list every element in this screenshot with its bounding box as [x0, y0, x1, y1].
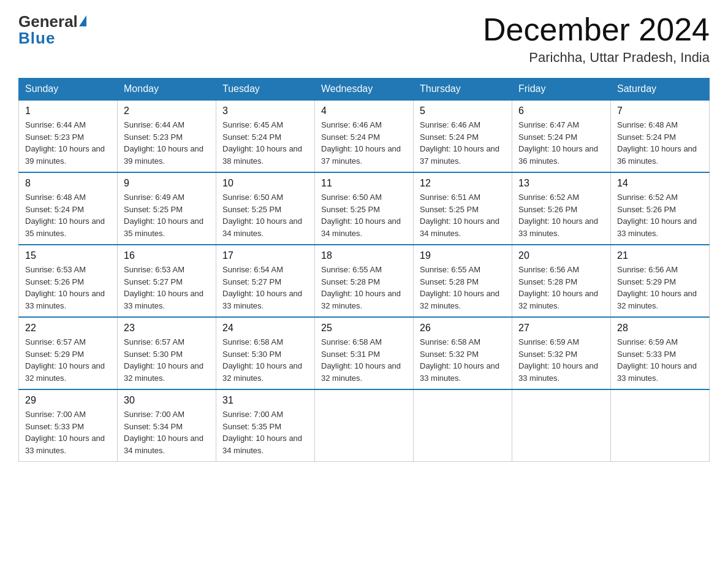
- day-number: 25: [321, 323, 407, 334]
- day-number: 18: [321, 250, 407, 261]
- day-info: Sunrise: 6:49 AM Sunset: 5:25 PM Dayligh…: [124, 191, 210, 239]
- logo: General Blue: [18, 12, 86, 48]
- table-row: 12 Sunrise: 6:51 AM Sunset: 5:25 PM Dayl…: [414, 172, 512, 245]
- calendar-week-1: 1 Sunrise: 6:44 AM Sunset: 5:23 PM Dayli…: [19, 100, 710, 172]
- day-info: Sunrise: 6:45 AM Sunset: 5:24 PM Dayligh…: [222, 119, 308, 167]
- table-row: 11 Sunrise: 6:50 AM Sunset: 5:25 PM Dayl…: [315, 172, 414, 245]
- day-info: Sunrise: 6:59 AM Sunset: 5:32 PM Dayligh…: [518, 336, 604, 384]
- table-row: 23 Sunrise: 6:57 AM Sunset: 5:30 PM Dayl…: [118, 317, 216, 389]
- day-info: Sunrise: 6:57 AM Sunset: 5:30 PM Dayligh…: [124, 336, 210, 384]
- table-row: 6 Sunrise: 6:47 AM Sunset: 5:24 PM Dayli…: [512, 100, 611, 172]
- location-title: Parichha, Uttar Pradesh, India: [483, 50, 710, 66]
- table-row: 29 Sunrise: 7:00 AM Sunset: 5:33 PM Dayl…: [19, 389, 118, 462]
- table-row: 5 Sunrise: 6:46 AM Sunset: 5:24 PM Dayli…: [414, 100, 512, 172]
- table-row: 15 Sunrise: 6:53 AM Sunset: 5:26 PM Dayl…: [19, 245, 118, 317]
- table-row: 25 Sunrise: 6:58 AM Sunset: 5:31 PM Dayl…: [315, 317, 414, 389]
- table-row: 21 Sunrise: 6:56 AM Sunset: 5:29 PM Dayl…: [611, 245, 710, 317]
- table-row: 17 Sunrise: 6:54 AM Sunset: 5:27 PM Dayl…: [216, 245, 315, 317]
- logo-triangle-icon: [79, 15, 86, 26]
- table-row: 4 Sunrise: 6:46 AM Sunset: 5:24 PM Dayli…: [315, 100, 414, 172]
- day-number: 15: [25, 250, 111, 261]
- day-number: 19: [420, 250, 506, 261]
- table-row: 30 Sunrise: 7:00 AM Sunset: 5:34 PM Dayl…: [118, 389, 216, 462]
- day-info: Sunrise: 6:55 AM Sunset: 5:28 PM Dayligh…: [321, 264, 407, 312]
- day-info: Sunrise: 7:00 AM Sunset: 5:33 PM Dayligh…: [25, 408, 111, 456]
- calendar-header-row: SundayMondayTuesdayWednesdayThursdayFrid…: [19, 79, 710, 101]
- table-row: 8 Sunrise: 6:48 AM Sunset: 5:24 PM Dayli…: [19, 172, 118, 245]
- day-info: Sunrise: 6:46 AM Sunset: 5:24 PM Dayligh…: [321, 119, 407, 167]
- day-info: Sunrise: 6:56 AM Sunset: 5:29 PM Dayligh…: [617, 264, 703, 312]
- day-number: 7: [617, 105, 703, 117]
- day-number: 11: [321, 178, 407, 189]
- day-number: 27: [518, 323, 604, 334]
- day-number: 6: [518, 105, 604, 117]
- day-number: 3: [222, 105, 308, 117]
- table-row: 19 Sunrise: 6:55 AM Sunset: 5:28 PM Dayl…: [414, 245, 512, 317]
- day-info: Sunrise: 6:44 AM Sunset: 5:23 PM Dayligh…: [124, 119, 210, 167]
- calendar-week-2: 8 Sunrise: 6:48 AM Sunset: 5:24 PM Dayli…: [19, 172, 710, 245]
- day-number: 2: [124, 105, 210, 117]
- table-row: 14 Sunrise: 6:52 AM Sunset: 5:26 PM Dayl…: [611, 172, 710, 245]
- day-number: 5: [420, 105, 506, 117]
- table-row: [611, 389, 710, 462]
- calendar-week-4: 22 Sunrise: 6:57 AM Sunset: 5:29 PM Dayl…: [19, 317, 710, 389]
- day-info: Sunrise: 6:53 AM Sunset: 5:26 PM Dayligh…: [25, 264, 111, 312]
- page-header: General Blue December 2024 Parichha, Utt…: [18, 12, 710, 66]
- table-row: 18 Sunrise: 6:55 AM Sunset: 5:28 PM Dayl…: [315, 245, 414, 317]
- day-number: 20: [518, 250, 604, 261]
- day-number: 10: [222, 178, 308, 189]
- title-section: December 2024 Parichha, Uttar Pradesh, I…: [483, 12, 710, 66]
- calendar-week-5: 29 Sunrise: 7:00 AM Sunset: 5:33 PM Dayl…: [19, 389, 710, 462]
- table-row: 7 Sunrise: 6:48 AM Sunset: 5:24 PM Dayli…: [611, 100, 710, 172]
- table-row: 22 Sunrise: 6:57 AM Sunset: 5:29 PM Dayl…: [19, 317, 118, 389]
- day-number: 31: [222, 395, 308, 406]
- table-row: [512, 389, 611, 462]
- table-row: 3 Sunrise: 6:45 AM Sunset: 5:24 PM Dayli…: [216, 100, 315, 172]
- day-info: Sunrise: 6:46 AM Sunset: 5:24 PM Dayligh…: [420, 119, 506, 167]
- table-row: 31 Sunrise: 7:00 AM Sunset: 5:35 PM Dayl…: [216, 389, 315, 462]
- table-row: 27 Sunrise: 6:59 AM Sunset: 5:32 PM Dayl…: [512, 317, 611, 389]
- day-number: 14: [617, 178, 703, 189]
- calendar-header-tuesday: Tuesday: [216, 79, 315, 101]
- day-info: Sunrise: 7:00 AM Sunset: 5:34 PM Dayligh…: [124, 408, 210, 456]
- day-info: Sunrise: 6:44 AM Sunset: 5:23 PM Dayligh…: [25, 119, 111, 167]
- day-number: 24: [222, 323, 308, 334]
- day-number: 29: [25, 395, 111, 406]
- calendar-week-3: 15 Sunrise: 6:53 AM Sunset: 5:26 PM Dayl…: [19, 245, 710, 317]
- day-info: Sunrise: 6:55 AM Sunset: 5:28 PM Dayligh…: [420, 264, 506, 312]
- day-number: 16: [124, 250, 210, 261]
- table-row: 10 Sunrise: 6:50 AM Sunset: 5:25 PM Dayl…: [216, 172, 315, 245]
- table-row: 26 Sunrise: 6:58 AM Sunset: 5:32 PM Dayl…: [414, 317, 512, 389]
- calendar-table: SundayMondayTuesdayWednesdayThursdayFrid…: [18, 78, 710, 462]
- day-info: Sunrise: 6:56 AM Sunset: 5:28 PM Dayligh…: [518, 264, 604, 312]
- day-info: Sunrise: 7:00 AM Sunset: 5:35 PM Dayligh…: [222, 408, 308, 456]
- table-row: 20 Sunrise: 6:56 AM Sunset: 5:28 PM Dayl…: [512, 245, 611, 317]
- table-row: 24 Sunrise: 6:58 AM Sunset: 5:30 PM Dayl…: [216, 317, 315, 389]
- table-row: 16 Sunrise: 6:53 AM Sunset: 5:27 PM Dayl…: [118, 245, 216, 317]
- calendar-header-wednesday: Wednesday: [315, 79, 414, 101]
- day-number: 30: [124, 395, 210, 406]
- day-info: Sunrise: 6:52 AM Sunset: 5:26 PM Dayligh…: [617, 191, 703, 239]
- day-info: Sunrise: 6:50 AM Sunset: 5:25 PM Dayligh…: [222, 191, 308, 239]
- day-info: Sunrise: 6:47 AM Sunset: 5:24 PM Dayligh…: [518, 119, 604, 167]
- table-row: [414, 389, 512, 462]
- day-info: Sunrise: 6:50 AM Sunset: 5:25 PM Dayligh…: [321, 191, 407, 239]
- day-info: Sunrise: 6:48 AM Sunset: 5:24 PM Dayligh…: [25, 191, 111, 239]
- day-number: 13: [518, 178, 604, 189]
- table-row: 28 Sunrise: 6:59 AM Sunset: 5:33 PM Dayl…: [611, 317, 710, 389]
- day-info: Sunrise: 6:54 AM Sunset: 5:27 PM Dayligh…: [222, 264, 308, 312]
- calendar-header-sunday: Sunday: [19, 79, 118, 101]
- day-info: Sunrise: 6:59 AM Sunset: 5:33 PM Dayligh…: [617, 336, 703, 384]
- calendar-header-thursday: Thursday: [414, 79, 512, 101]
- day-info: Sunrise: 6:58 AM Sunset: 5:31 PM Dayligh…: [321, 336, 407, 384]
- day-number: 8: [25, 178, 111, 189]
- day-info: Sunrise: 6:58 AM Sunset: 5:32 PM Dayligh…: [420, 336, 506, 384]
- day-info: Sunrise: 6:58 AM Sunset: 5:30 PM Dayligh…: [222, 336, 308, 384]
- table-row: 1 Sunrise: 6:44 AM Sunset: 5:23 PM Dayli…: [19, 100, 118, 172]
- day-number: 21: [617, 250, 703, 261]
- day-info: Sunrise: 6:53 AM Sunset: 5:27 PM Dayligh…: [124, 264, 210, 312]
- calendar-header-monday: Monday: [118, 79, 216, 101]
- table-row: 9 Sunrise: 6:49 AM Sunset: 5:25 PM Dayli…: [118, 172, 216, 245]
- day-info: Sunrise: 6:57 AM Sunset: 5:29 PM Dayligh…: [25, 336, 111, 384]
- day-number: 26: [420, 323, 506, 334]
